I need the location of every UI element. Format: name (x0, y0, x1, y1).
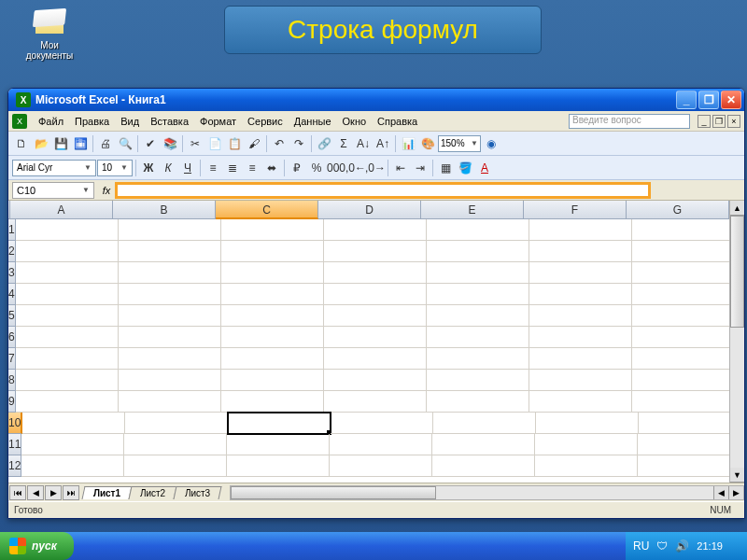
cell[interactable] (536, 413, 639, 434)
menu-file[interactable]: Файл (33, 114, 69, 129)
scroll-right-icon[interactable]: ▶ (728, 486, 743, 499)
fill-color-icon[interactable]: 🪣 (456, 159, 474, 177)
cell[interactable] (638, 434, 729, 455)
column-header[interactable]: D (318, 201, 421, 219)
cell[interactable] (427, 348, 529, 370)
save-icon[interactable]: 💾 (51, 134, 70, 153)
cell[interactable] (529, 327, 632, 348)
row-header[interactable]: 7 (8, 348, 16, 370)
redo-icon[interactable]: ↷ (289, 134, 308, 153)
cell[interactable] (427, 391, 529, 413)
column-header[interactable]: F (524, 201, 627, 219)
cell[interactable] (324, 348, 427, 370)
cell[interactable] (119, 348, 221, 370)
scroll-left-icon[interactable]: ◀ (713, 486, 728, 499)
cell[interactable] (119, 262, 221, 284)
cell[interactable] (632, 391, 729, 413)
mdi-restore-button[interactable]: ❐ (712, 115, 726, 128)
cell[interactable] (221, 348, 324, 370)
clock[interactable]: 21:19 (697, 540, 723, 552)
sheet-nav-prev[interactable]: ◀ (27, 485, 44, 500)
cell[interactable] (427, 305, 529, 327)
row-header[interactable]: 1 (8, 219, 16, 241)
cell[interactable] (324, 284, 427, 305)
scroll-thumb[interactable] (231, 486, 436, 499)
cell[interactable] (119, 241, 221, 262)
cell[interactable] (529, 262, 632, 284)
italic-icon[interactable]: К (159, 159, 177, 177)
scroll-up-icon[interactable]: ▲ (730, 201, 744, 216)
menu-data[interactable]: Данные (289, 114, 337, 129)
cell[interactable] (529, 305, 632, 327)
cell[interactable] (331, 413, 433, 434)
scroll-down-icon[interactable]: ▼ (730, 468, 744, 483)
cell[interactable] (21, 434, 124, 455)
font-size-box[interactable]: 10▼ (97, 160, 133, 176)
print-icon[interactable]: 🖨 (96, 134, 115, 153)
column-header[interactable]: C (216, 201, 318, 219)
formula-bar[interactable] (115, 182, 651, 199)
increase-indent-icon[interactable]: ⇥ (411, 159, 430, 177)
undo-icon[interactable]: ↶ (270, 134, 289, 153)
menu-format[interactable]: Формат (194, 114, 242, 129)
cell[interactable] (427, 284, 529, 305)
titlebar[interactable]: X Microsoft Excel - Книга1 _ ❐ ✕ (8, 89, 744, 111)
comma-icon[interactable]: 000 (327, 159, 345, 177)
new-icon[interactable]: 🗋 (12, 134, 31, 153)
menu-tools[interactable]: Сервис (242, 114, 289, 129)
cell[interactable] (632, 305, 729, 327)
menu-help[interactable]: Справка (372, 114, 423, 129)
sort-desc-icon[interactable]: A↑ (374, 134, 392, 153)
cell[interactable] (324, 305, 427, 327)
cell[interactable] (324, 219, 427, 241)
column-header[interactable]: G (627, 201, 729, 219)
cell[interactable] (16, 241, 119, 262)
cell[interactable] (639, 413, 729, 434)
sheet-tab[interactable]: Лист1 (82, 486, 133, 499)
row-header[interactable]: 11 (8, 434, 21, 455)
cell[interactable] (433, 413, 536, 434)
cell[interactable] (221, 327, 324, 348)
cell[interactable] (529, 370, 632, 391)
cell[interactable] (330, 434, 432, 455)
cell[interactable] (221, 305, 324, 327)
vertical-scrollbar[interactable]: ▲ ▼ (729, 201, 744, 483)
underline-icon[interactable]: Ч (178, 159, 197, 177)
row-header[interactable]: 3 (8, 262, 16, 284)
row-header[interactable]: 9 (8, 391, 16, 413)
print-preview-icon[interactable]: 🔍 (116, 134, 134, 153)
cell[interactable] (16, 284, 119, 305)
cell[interactable] (119, 284, 221, 305)
cell[interactable] (221, 219, 324, 241)
desktop-icon-my-documents[interactable]: Мои документы (17, 7, 82, 61)
paste-icon[interactable]: 📋 (225, 134, 244, 153)
scroll-thumb[interactable] (730, 216, 744, 328)
tray-icon[interactable]: 🔊 (675, 539, 689, 553)
cell[interactable] (227, 455, 330, 477)
cell[interactable] (427, 219, 529, 241)
row-header[interactable]: 2 (8, 241, 16, 262)
hyperlink-icon[interactable]: 🔗 (315, 134, 333, 153)
mdi-minimize-button[interactable]: _ (698, 115, 711, 128)
align-left-icon[interactable]: ≡ (204, 159, 222, 177)
cell[interactable] (427, 370, 529, 391)
menu-insert[interactable]: Вставка (145, 114, 194, 129)
row-header[interactable]: 8 (8, 370, 16, 391)
minimize-button[interactable]: _ (676, 91, 697, 109)
cell[interactable] (330, 455, 432, 477)
cell[interactable] (221, 284, 324, 305)
help-icon[interactable]: ◉ (482, 134, 500, 153)
name-box[interactable]: C10 ▼ (12, 182, 94, 199)
sheet-nav-next[interactable]: ▶ (45, 485, 62, 500)
sheet-nav-first[interactable]: ⏮ (9, 485, 26, 500)
cell[interactable] (632, 327, 729, 348)
cell[interactable] (529, 348, 632, 370)
spelling-icon[interactable]: ✔ (141, 134, 160, 153)
cell[interactable] (427, 327, 529, 348)
copy-icon[interactable]: 📄 (205, 134, 224, 153)
cell[interactable] (535, 455, 638, 477)
ask-a-question-box[interactable]: Введите вопрос (569, 114, 690, 129)
merge-center-icon[interactable]: ⬌ (262, 159, 281, 177)
row-header[interactable]: 5 (8, 305, 16, 327)
excel-doc-icon[interactable]: X (12, 114, 27, 129)
